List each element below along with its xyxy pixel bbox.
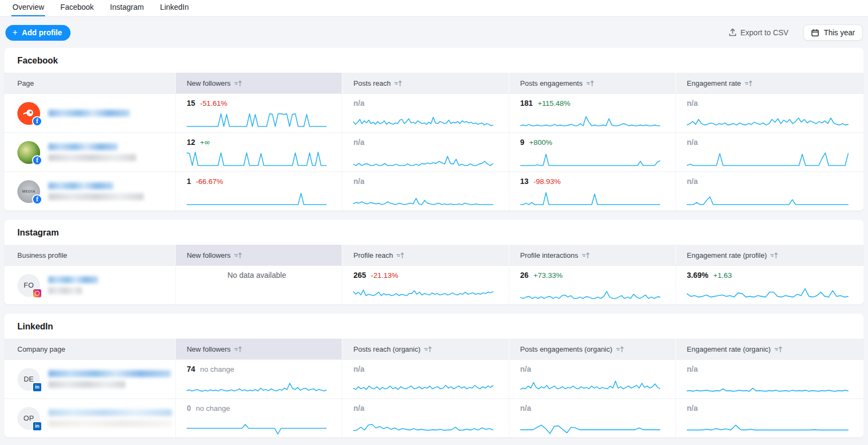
metric-delta: +115.48% <box>538 99 570 107</box>
metric-cell: n/a <box>509 399 675 437</box>
metric-value: n/a <box>353 99 364 107</box>
export-csv-button[interactable]: Export to CSV <box>725 28 792 37</box>
metric-delta: -51.61% <box>200 99 227 107</box>
metric-cell: n/a <box>675 399 864 437</box>
column-header[interactable]: New followers <box>175 245 342 265</box>
date-range-label: This year <box>824 28 855 37</box>
sparkline-chart <box>520 376 660 396</box>
sparkline-chart <box>520 282 660 302</box>
metric-cell: 12+∞ <box>175 133 342 171</box>
redacted-text-bar <box>48 110 130 117</box>
profile-cell[interactable]: FO <box>4 266 175 304</box>
sort-icon[interactable] <box>234 80 242 87</box>
add-profile-button[interactable]: + Add profile <box>5 25 71 41</box>
metric-value-line: 13-98.93% <box>520 177 660 186</box>
metric-cell: 26+73.33% <box>509 266 675 304</box>
metric-cell: n/a <box>342 133 508 171</box>
column-header[interactable]: New followers <box>175 339 342 359</box>
metric-delta: +73.33% <box>533 271 563 279</box>
metric-value: n/a <box>687 365 698 373</box>
sparkline-chart <box>353 149 493 169</box>
metric-value-line: n/a <box>687 138 848 147</box>
metric-delta: +800% <box>529 138 552 147</box>
entity-column-header-label: Business profile <box>17 251 67 259</box>
sparkline-chart <box>687 376 848 396</box>
redacted-text-bar <box>48 287 82 294</box>
tab-instagram[interactable]: Instagram <box>109 1 145 16</box>
column-header[interactable]: Engagement rate (profile) <box>675 245 864 265</box>
sort-icon[interactable] <box>774 346 783 353</box>
metric-value-line: 265-21.13% <box>353 271 493 279</box>
profile-cell[interactable]: f <box>4 133 175 171</box>
metric-value: 3.69% <box>687 271 709 279</box>
sparkline-chart <box>187 149 327 169</box>
metric-cell: 9+800% <box>509 133 675 171</box>
sort-icon[interactable] <box>234 346 242 353</box>
sparkline-chart <box>520 188 660 208</box>
metric-cell: 181+115.48% <box>509 94 675 132</box>
column-header[interactable]: Posts engagements <box>509 73 675 93</box>
sort-icon[interactable] <box>586 80 595 87</box>
sparkline-chart <box>187 188 327 208</box>
redacted-profile-name <box>48 276 98 294</box>
redacted-profile-name <box>48 370 171 388</box>
column-header[interactable]: Posts reach (organic) <box>342 339 508 359</box>
profile-cell[interactable]: OPin <box>4 399 175 437</box>
redacted-text-bar <box>48 154 136 161</box>
metric-value: n/a <box>520 404 531 412</box>
sort-icon[interactable] <box>396 252 405 259</box>
column-header[interactable]: Profile reach <box>342 245 508 265</box>
metric-value-line: n/a <box>520 404 660 412</box>
tab-overview[interactable]: Overview <box>11 1 45 16</box>
metric-cell: n/a <box>342 172 508 211</box>
profile-cell[interactable]: f <box>4 94 175 132</box>
add-profile-label: Add profile <box>22 28 62 37</box>
profile-cell[interactable]: DEin <box>4 360 175 398</box>
sort-icon[interactable] <box>234 252 242 259</box>
sort-icon[interactable] <box>394 80 403 87</box>
section-title: Instagram <box>4 220 864 245</box>
export-icon <box>729 28 737 37</box>
metric-value: 265 <box>353 271 366 279</box>
sparkline-chart <box>187 376 327 396</box>
sort-icon[interactable] <box>770 252 778 259</box>
metric-value-line: n/a <box>520 365 660 373</box>
sort-icon[interactable] <box>616 346 624 353</box>
column-header[interactable]: New followers <box>175 73 342 93</box>
redacted-text-bar <box>48 409 172 416</box>
metric-delta: no change <box>196 404 230 412</box>
metric-value: 1 <box>187 177 191 186</box>
column-header[interactable]: Profile interactions <box>509 245 675 265</box>
sparkline-chart <box>520 149 660 169</box>
table-row: MEDIAf1-66.67%n/a13-98.93%n/a <box>4 171 864 211</box>
tab-linkedin[interactable]: LinkedIn <box>159 1 190 16</box>
instagram-badge-icon <box>32 288 42 298</box>
metric-value-line: 0no change <box>187 404 327 412</box>
redacted-profile-name <box>48 110 130 117</box>
column-header[interactable]: Posts engagements (organic) <box>509 339 675 359</box>
sort-icon[interactable] <box>424 346 432 353</box>
metric-value: n/a <box>520 365 531 373</box>
metric-cell: n/a <box>675 94 864 132</box>
no-data-label: No data available <box>227 271 286 279</box>
metric-cell: 3.69%+1.63 <box>675 266 864 304</box>
sort-icon[interactable] <box>582 252 590 259</box>
profile-avatar: DEin <box>17 368 40 391</box>
tab-facebook[interactable]: Facebook <box>59 1 94 16</box>
metric-value: 13 <box>520 177 529 186</box>
entity-column-header: Company page <box>4 339 175 359</box>
column-header[interactable]: Posts reach <box>342 73 508 93</box>
metric-delta: no change <box>200 365 234 373</box>
column-header[interactable]: Engagement rate (organic) <box>675 339 864 359</box>
date-range-button[interactable]: This year <box>803 24 863 41</box>
sort-icon[interactable] <box>744 80 753 87</box>
profile-avatar: MEDIAf <box>17 180 40 203</box>
metric-value-line: 3.69%+1.63 <box>687 271 848 279</box>
column-header-label: Engagement rate (profile) <box>687 251 767 259</box>
profile-cell[interactable]: MEDIAf <box>4 172 175 211</box>
redacted-text-bar <box>48 370 171 377</box>
section-card-instagram: InstagramBusiness profileNew followersPr… <box>4 220 864 304</box>
column-header[interactable]: Engagement rate <box>675 73 864 93</box>
export-csv-label: Export to CSV <box>741 28 789 37</box>
calendar-icon <box>811 29 819 37</box>
